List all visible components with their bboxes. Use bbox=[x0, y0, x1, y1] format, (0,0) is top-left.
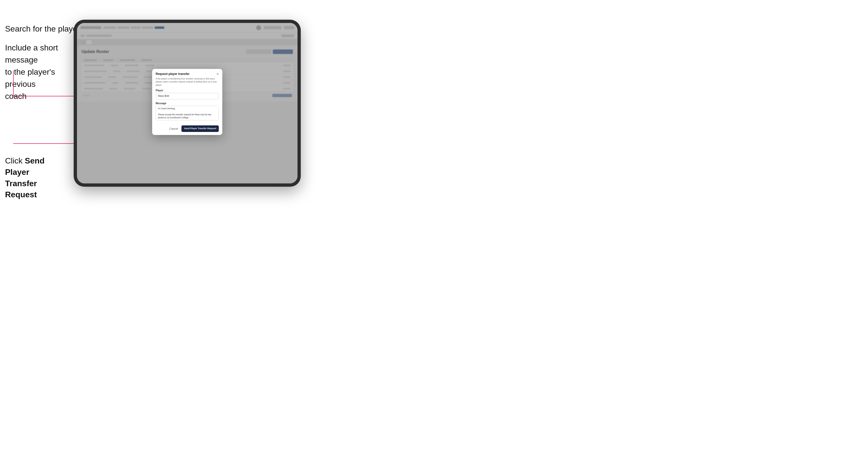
send-transfer-request-button[interactable]: Send Player Transfer Request bbox=[181, 125, 219, 132]
player-input[interactable] bbox=[156, 93, 219, 99]
modal-header: Request player transfer × bbox=[152, 69, 222, 77]
annotation-search: Search for the player. bbox=[5, 23, 82, 35]
message-field: Message bbox=[152, 102, 222, 124]
modal-description: If the player is transferring from anoth… bbox=[152, 77, 222, 89]
modal-dialog: Request player transfer × If the player … bbox=[152, 69, 222, 135]
tablet-device: Update Roster bbox=[74, 20, 301, 187]
modal-footer: Cancel Send Player Transfer Request bbox=[152, 124, 222, 135]
tablet-screen: Update Roster bbox=[77, 23, 298, 183]
close-icon[interactable]: × bbox=[217, 72, 219, 76]
player-label: Player bbox=[156, 89, 219, 92]
message-label: Message bbox=[156, 102, 219, 105]
annotation-click: Click Send Player Transfer Request bbox=[5, 155, 61, 200]
message-textarea[interactable] bbox=[156, 106, 219, 120]
arrow-vertical-1 bbox=[13, 71, 13, 96]
cancel-button[interactable]: Cancel bbox=[168, 126, 179, 131]
player-field: Player bbox=[152, 89, 222, 102]
modal-title: Request player transfer bbox=[156, 72, 189, 75]
annotation-message: Include a short message to the player's … bbox=[5, 42, 77, 102]
